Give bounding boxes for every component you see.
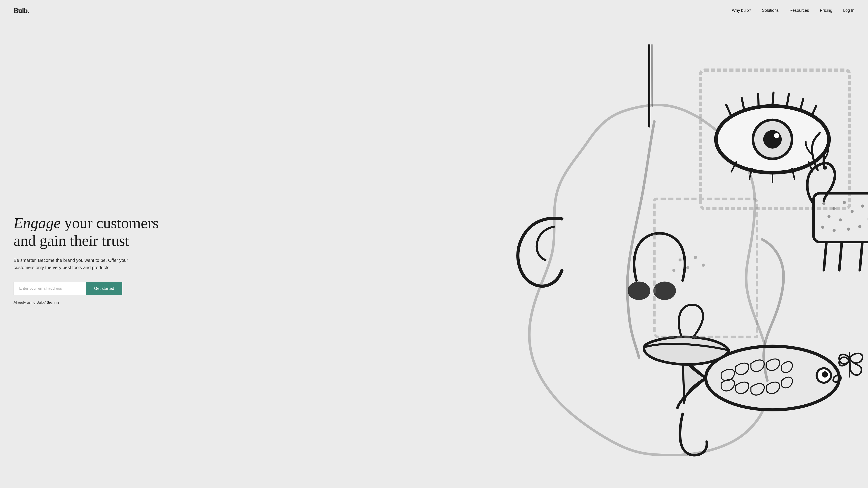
nav-link-pricing[interactable]: Pricing (820, 8, 832, 13)
nav-item-resources[interactable]: Resources (789, 8, 809, 13)
svg-point-4 (774, 133, 779, 138)
svg-line-37 (824, 242, 827, 270)
hero-content: Engage your customersand gain their trus… (13, 205, 159, 304)
svg-point-32 (833, 229, 836, 232)
svg-rect-21 (813, 193, 868, 242)
svg-point-23 (833, 207, 836, 210)
hero-subtitle: Be smarter. Become the brand you want to… (13, 257, 131, 271)
svg-line-5 (726, 105, 732, 116)
navigation: Bulb. Why bulb? Solutions Resources Pric… (0, 0, 868, 21)
svg-line-38 (839, 242, 842, 270)
svg-line-18 (652, 44, 652, 106)
get-started-button[interactable]: Get started (86, 282, 122, 295)
nav-item-pricing[interactable]: Pricing (820, 8, 832, 13)
svg-line-9 (787, 94, 789, 106)
nav-link-login[interactable]: Log In (843, 8, 855, 13)
svg-point-22 (822, 202, 826, 205)
email-form: Get started (13, 282, 159, 295)
svg-point-47 (686, 266, 689, 269)
svg-point-26 (839, 219, 842, 222)
svg-point-49 (694, 256, 697, 259)
svg-point-31 (821, 225, 825, 229)
svg-line-10 (800, 99, 803, 110)
illustration-svg (395, 44, 868, 465)
svg-point-41 (823, 166, 827, 170)
svg-line-8 (772, 93, 774, 105)
svg-line-39 (860, 242, 862, 270)
svg-line-6 (742, 98, 744, 110)
hero-illustration (395, 44, 868, 465)
nav-links: Why bulb? Solutions Resources Pricing Lo… (732, 8, 855, 13)
email-input[interactable] (13, 282, 86, 295)
svg-point-3 (763, 130, 782, 149)
nav-link-resources[interactable]: Resources (789, 8, 809, 13)
svg-point-50 (702, 264, 705, 267)
svg-point-27 (850, 210, 854, 213)
svg-point-44 (822, 371, 828, 378)
logo[interactable]: Bulb. (13, 6, 29, 15)
svg-point-20 (653, 282, 676, 300)
svg-point-34 (858, 225, 862, 228)
svg-point-28 (861, 204, 864, 207)
svg-point-48 (672, 269, 675, 272)
svg-point-19 (628, 282, 650, 300)
svg-line-7 (758, 94, 758, 106)
nav-item-login[interactable]: Log In (843, 8, 855, 13)
nav-link-solutions[interactable]: Solutions (762, 8, 779, 13)
sign-in-prompt: Already using Bulb? Sign in (13, 300, 159, 304)
svg-point-33 (847, 228, 850, 231)
svg-point-24 (843, 201, 846, 204)
nav-item-solutions[interactable]: Solutions (762, 8, 779, 13)
sign-in-link[interactable]: Sign in (47, 300, 59, 304)
svg-point-46 (679, 258, 682, 262)
hero-title-italic: Engage (13, 215, 61, 232)
hero-section: Engage your customersand gain their trus… (0, 21, 868, 488)
hero-title: Engage your customersand gain their trus… (13, 214, 159, 250)
nav-item-why-bulb[interactable]: Why bulb? (732, 8, 751, 13)
svg-point-25 (828, 215, 831, 218)
nav-link-why-bulb[interactable]: Why bulb? (732, 8, 751, 13)
